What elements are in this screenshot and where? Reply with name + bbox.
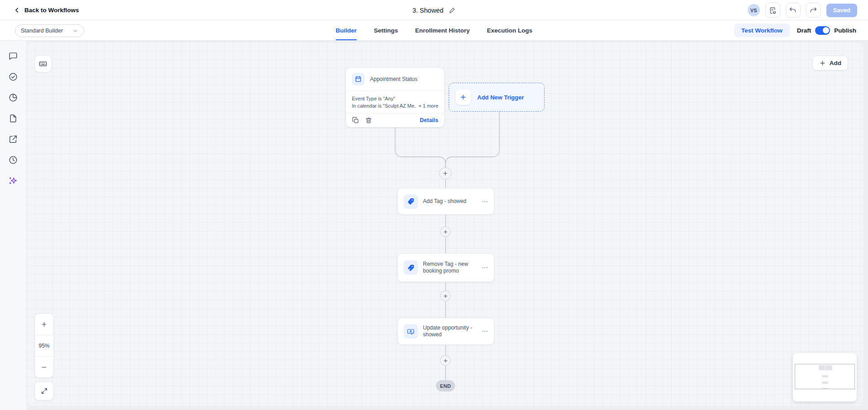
undo-button[interactable] <box>786 3 801 18</box>
toggle-knob <box>823 27 829 33</box>
builder-toolbar: Standard Builder Builder Settings Enroll… <box>0 20 868 41</box>
draft-publish-group: Draft Publish <box>797 26 856 35</box>
node-label: Remove Tag - new booking promo <box>423 261 476 274</box>
add-new-trigger-button[interactable]: Add New Trigger <box>449 83 545 112</box>
sidebar-item-external[interactable] <box>8 134 18 144</box>
test-workflow-button[interactable]: Test Workflow <box>734 24 790 37</box>
workflow-title: 3. Showed <box>413 7 444 14</box>
minimap-viewport[interactable] <box>795 364 855 389</box>
avatar[interactable]: VS <box>748 4 760 16</box>
delete-icon[interactable] <box>365 117 372 124</box>
plus-icon <box>443 229 448 235</box>
chat-icon <box>8 51 18 61</box>
keyboard-shortcuts-button[interactable] <box>34 55 52 72</box>
trigger-more-badge: + 1 more <box>418 103 438 108</box>
tag-remove-icon <box>403 260 418 275</box>
publish-controls: Test Workflow Draft Publish <box>734 20 856 40</box>
trigger-card-appointment-status[interactable]: Appointment Status Event Type is "Any" I… <box>346 67 445 127</box>
action-node-add-tag[interactable]: Add Tag - showed <box>398 188 494 215</box>
node-menu-icon[interactable] <box>481 328 489 335</box>
chevron-left-icon <box>14 7 20 14</box>
workflow-builder-app: Back to Workflows 3. Showed VS <box>0 0 868 410</box>
publish-label: Publish <box>834 27 856 34</box>
zoom-panel: 95% <box>34 313 54 378</box>
action-node-remove-tag[interactable]: Remove Tag - new booking promo <box>398 253 494 282</box>
pie-chart-icon <box>8 93 18 103</box>
back-label: Back to Workflows <box>24 7 79 14</box>
sidebar-item-documents[interactable] <box>8 113 18 123</box>
chevron-down-icon <box>72 28 78 34</box>
tab-settings[interactable]: Settings <box>374 20 398 40</box>
check-circle-icon <box>8 72 18 82</box>
trigger-footer: Details <box>346 113 444 127</box>
insert-step-button[interactable] <box>440 226 451 237</box>
trigger-details-link[interactable]: Details <box>420 117 438 123</box>
insert-step-button[interactable] <box>440 291 451 301</box>
fit-view-button[interactable] <box>34 382 54 401</box>
end-node: END <box>436 380 455 391</box>
document-refresh-icon <box>768 6 777 14</box>
minimap-node <box>825 365 832 370</box>
sidebar-item-stats[interactable] <box>8 93 18 103</box>
connector-lines <box>27 42 863 406</box>
zoom-out-button[interactable] <box>35 356 53 377</box>
file-icon <box>8 113 18 123</box>
insert-step-button[interactable] <box>440 355 451 366</box>
sidebar-item-tasks[interactable] <box>8 72 18 82</box>
left-icon-rail <box>0 41 26 410</box>
minus-icon <box>41 364 47 371</box>
external-link-icon <box>8 134 18 144</box>
node-label: Update opportunity - showed <box>423 325 476 338</box>
minimap-node <box>819 365 825 370</box>
calendar-icon <box>352 73 365 85</box>
sidebar-item-comments[interactable] <box>8 51 18 61</box>
publish-toggle[interactable] <box>815 26 830 35</box>
plus-icon <box>443 293 448 299</box>
edit-title-icon[interactable] <box>449 7 455 14</box>
node-label: Add Tag - showed <box>423 198 476 205</box>
draft-label: Draft <box>797 27 811 34</box>
trigger-title: Appointment Status <box>370 76 417 82</box>
plus-icon <box>455 90 471 105</box>
redo-button[interactable] <box>806 3 821 18</box>
add-button-label: Add <box>830 60 841 66</box>
version-history-button[interactable] <box>765 3 780 18</box>
node-menu-icon[interactable] <box>481 264 489 271</box>
tab-builder[interactable]: Builder <box>336 20 357 40</box>
trigger-condition: In calendar is "Sculpt AZ Me... <box>352 102 416 109</box>
history-clock-icon <box>8 155 18 165</box>
expand-icon <box>41 387 48 395</box>
insert-step-button[interactable] <box>439 167 451 179</box>
zoom-in-button[interactable] <box>35 314 53 335</box>
builder-mode-select[interactable]: Standard Builder <box>15 24 84 37</box>
minimap-node <box>822 382 828 384</box>
ai-sparkles-icon <box>8 176 18 186</box>
sidebar-item-ai[interactable] <box>8 176 18 186</box>
header-actions: VS Saved <box>748 0 857 20</box>
minimap-node <box>822 375 828 377</box>
saved-button[interactable]: Saved <box>826 4 857 17</box>
plus-icon <box>819 60 826 66</box>
workflow-canvas[interactable]: Add Appointment Status Event Type is "An… <box>26 42 863 406</box>
tag-add-icon <box>403 194 418 209</box>
sidebar-item-history[interactable] <box>8 155 18 165</box>
action-node-update-opportunity[interactable]: Update opportunity - showed <box>398 318 494 345</box>
node-menu-icon[interactable] <box>481 198 489 205</box>
tab-enrollment-history[interactable]: Enrollment History <box>415 20 470 40</box>
trigger-conditions: Event Type is "Any" In calendar is "Scul… <box>346 90 444 113</box>
add-element-button[interactable]: Add <box>812 56 848 71</box>
tab-bar: Builder Settings Enrollment History Exec… <box>336 20 532 40</box>
back-to-workflows-button[interactable]: Back to Workflows <box>14 0 79 20</box>
trigger-header: Appointment Status <box>346 68 444 90</box>
tab-execution-logs[interactable]: Execution Logs <box>487 20 533 40</box>
minimap[interactable] <box>793 353 857 401</box>
workflow-title-wrap: 3. Showed <box>413 0 456 20</box>
plus-icon <box>41 321 47 328</box>
builder-mode-value: Standard Builder <box>21 28 63 34</box>
plus-icon <box>443 358 448 363</box>
add-new-trigger-label: Add New Trigger <box>477 94 524 101</box>
undo-icon <box>789 6 797 14</box>
zoom-level: 95% <box>35 335 53 356</box>
redo-icon <box>809 6 817 14</box>
copy-icon[interactable] <box>352 117 359 124</box>
